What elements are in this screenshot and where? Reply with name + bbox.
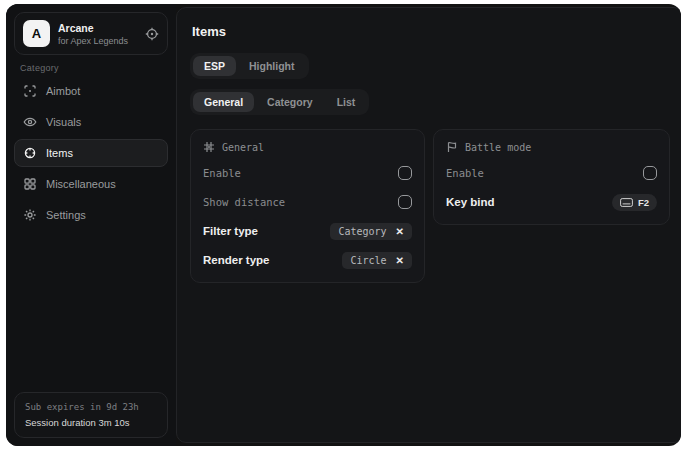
- view-tabs: General Category List: [190, 89, 369, 115]
- tab-category[interactable]: Category: [256, 92, 324, 112]
- tab-esp[interactable]: ESP: [193, 56, 236, 76]
- app-title-block: Arcane for Apex Legends: [58, 22, 137, 46]
- scope-icon[interactable]: [145, 27, 159, 41]
- setting-label: Render type: [203, 254, 269, 266]
- battle-panel-header: Battle mode: [446, 141, 657, 153]
- sidebar-item-label: Aimbot: [46, 85, 80, 97]
- setting-row-enable: Enable: [203, 164, 412, 182]
- setting-row-key-bind: Key bind F2: [446, 193, 657, 211]
- sidebar-nav: Aimbot Visuals Items: [6, 77, 176, 229]
- page-title: Items: [192, 24, 670, 39]
- sidebar-item-items[interactable]: Items: [14, 139, 168, 167]
- enable-checkbox[interactable]: [398, 166, 412, 180]
- sidebar-item-label: Items: [46, 147, 73, 159]
- battle-enable-checkbox[interactable]: [643, 166, 657, 180]
- app-name: Arcane: [58, 22, 137, 34]
- sidebar-item-aimbot[interactable]: Aimbot: [14, 77, 168, 105]
- scan-icon: [203, 141, 215, 153]
- session-duration-text: Session duration 3m 10s: [25, 417, 157, 428]
- panels: General Enable Show distance Filter type…: [190, 129, 670, 283]
- key-bind-button[interactable]: F2: [612, 194, 657, 211]
- setting-row-show-distance: Show distance: [203, 193, 412, 211]
- mode-tabs: ESP Highlight: [190, 53, 309, 79]
- tab-general[interactable]: General: [193, 92, 254, 112]
- app-logo: A: [23, 20, 50, 47]
- subscription-info: Sub expires in 9d 23h Session duration 3…: [14, 392, 168, 438]
- sidebar-item-label: Miscellaneous: [46, 178, 116, 190]
- sidebar-item-visuals[interactable]: Visuals: [14, 108, 168, 136]
- app-window: A Arcane for Apex Legends Category: [6, 4, 681, 446]
- sidebar-section-label: Category: [20, 63, 176, 73]
- app-header: A Arcane for Apex Legends: [14, 12, 168, 55]
- setting-label: Show distance: [203, 196, 285, 208]
- crosshair-icon: [23, 84, 37, 98]
- battle-mode-panel: Battle mode Enable Key bind: [433, 129, 670, 225]
- battle-panel-title: Battle mode: [465, 142, 531, 153]
- show-distance-checkbox[interactable]: [398, 195, 412, 209]
- setting-row-battle-enable: Enable: [446, 164, 657, 182]
- eye-icon: [23, 115, 37, 129]
- sidebar-item-settings[interactable]: Settings: [14, 201, 168, 229]
- keyboard-icon: [620, 198, 633, 207]
- sidebar-item-label: Visuals: [46, 116, 81, 128]
- filter-type-select[interactable]: Category ✕: [330, 223, 412, 240]
- clear-icon[interactable]: ✕: [396, 226, 404, 237]
- general-panel-header: General: [203, 141, 412, 153]
- target-icon: [23, 146, 37, 160]
- filter-type-value: Category: [338, 226, 386, 237]
- flag-icon: [446, 141, 458, 153]
- key-bind-value: F2: [638, 197, 649, 208]
- sidebar: A Arcane for Apex Legends Category: [6, 4, 176, 446]
- clear-icon[interactable]: ✕: [396, 255, 404, 266]
- app-subtitle: for Apex Legends: [58, 36, 137, 46]
- render-type-select[interactable]: Circle ✕: [342, 252, 412, 269]
- general-panel-title: General: [222, 142, 264, 153]
- setting-row-filter-type: Filter type Category ✕: [203, 222, 412, 240]
- main-content: Items ESP Highlight General Category Lis…: [176, 7, 681, 443]
- gear-icon: [23, 208, 37, 222]
- render-type-value: Circle: [350, 255, 386, 266]
- setting-label: Key bind: [446, 196, 495, 208]
- sub-expires-text: Sub expires in 9d 23h: [25, 402, 157, 412]
- grid-icon: [23, 177, 37, 191]
- general-panel: General Enable Show distance Filter type…: [190, 129, 425, 283]
- sidebar-item-label: Settings: [46, 209, 86, 221]
- setting-label: Enable: [203, 167, 241, 179]
- setting-row-render-type: Render type Circle ✕: [203, 251, 412, 269]
- setting-label: Filter type: [203, 225, 258, 237]
- tab-list[interactable]: List: [326, 92, 367, 112]
- tab-highlight[interactable]: Highlight: [238, 56, 306, 76]
- sidebar-item-miscellaneous[interactable]: Miscellaneous: [14, 170, 168, 198]
- setting-label: Enable: [446, 167, 484, 179]
